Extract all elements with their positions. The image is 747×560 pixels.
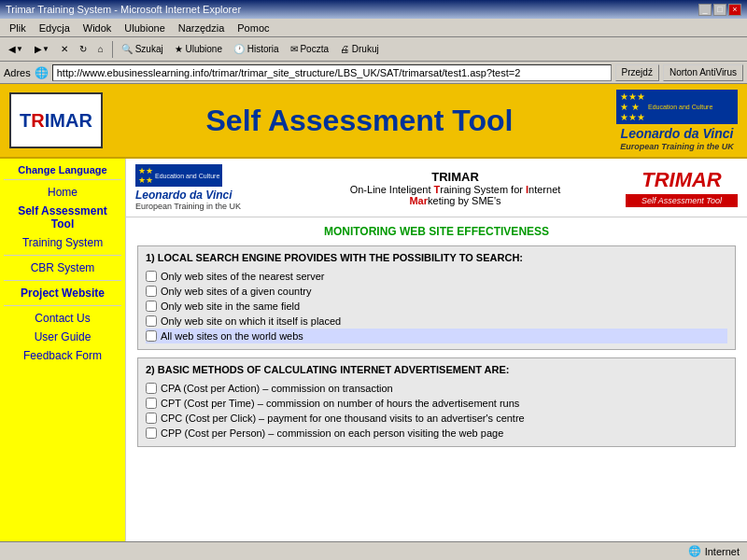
title-bar: Trimar Training System - Microsoft Inter… <box>0 0 747 19</box>
sidebar-item-project[interactable]: Project Website <box>4 284 121 302</box>
mail-button[interactable]: ✉ Poczta <box>286 40 333 59</box>
sub-trimar-title: TRIMAR <box>285 170 626 184</box>
history-button[interactable]: 🕐 Historia <box>229 40 284 59</box>
checkbox-1-5[interactable] <box>146 330 157 342</box>
sidebar-item-feedback[interactable]: Feedback Form <box>4 346 121 365</box>
answer-2-2: CPT (Cost per Time) – commission on numb… <box>146 396 727 411</box>
answer-2-3-text: CPC (Cost per Click) – payment for one t… <box>161 413 525 424</box>
sidebar-divider-3 <box>4 280 121 281</box>
menu-ulubione[interactable]: Ulubione <box>119 21 170 35</box>
address-icon: 🌐 <box>35 66 49 79</box>
title-text: Trimar Training System - Microsoft Inter… <box>6 4 241 15</box>
main-content: ★★★★ Education and Culture Leonardo da V… <box>126 159 747 560</box>
checkbox-1-1[interactable] <box>146 271 157 282</box>
sidebar-divider-4 <box>4 305 121 306</box>
checkbox-2-4[interactable] <box>146 427 157 439</box>
sidebar-item-self-assessment[interactable]: Self Assessment Tool <box>4 202 121 233</box>
back-button[interactable]: ◀ ▼ <box>4 40 28 59</box>
eu-stars-icon: ★★★★ ★★★★ <box>620 91 645 122</box>
menu-widok[interactable]: Widok <box>78 21 118 35</box>
eu-sub-flag: ★★★★ Education and Culture <box>135 164 222 187</box>
sub-eu-sub: European Training in the UK <box>135 202 241 211</box>
close-button[interactable]: × <box>728 4 741 16</box>
sidebar-divider-2 <box>4 255 121 256</box>
status-zone: Internet <box>705 546 740 557</box>
menu-edycja[interactable]: Edycja <box>34 21 76 35</box>
answer-1-4-text: Only web site on which it itself is plac… <box>161 315 341 327</box>
question-1-block: 1) LOCAL SEARCH ENGINE PROVIDES WITH THE… <box>137 245 736 350</box>
da-vinci-line1: Leonardo da Vinci <box>620 126 733 142</box>
favorites-button[interactable]: ★ Ulubione <box>170 40 227 59</box>
sidebar-item-guide[interactable]: User Guide <box>4 328 121 346</box>
stop-button[interactable]: ✕ <box>56 40 73 59</box>
checkbox-1-3[interactable] <box>146 301 157 312</box>
menu-plik[interactable]: Plik <box>4 21 32 35</box>
eu-flag-area: ★★★★ ★★★★ Education and Culture <box>616 90 738 124</box>
question-2-title: 2) BASIC METHODS OF CALCULATING INTERNET… <box>146 364 727 375</box>
sidebar: Change Language Home Self Assessment Too… <box>0 159 126 560</box>
window-controls[interactable]: _ □ × <box>698 4 741 16</box>
address-label: Adres <box>4 67 31 78</box>
question-2-block: 2) BASIC METHODS OF CALCULATING INTERNET… <box>137 357 736 447</box>
answer-1-2: Only web sites of a given country <box>146 284 727 299</box>
toolbar: ◀ ▼ ▶ ▼ ✕ ↻ ⌂ 🔍 Szukaj ★ Ulubione 🕐 Hist… <box>0 37 747 62</box>
forward-button[interactable]: ▶ ▼ <box>30 40 54 59</box>
answer-2-3: CPC (Cost per Click) – payment for one t… <box>146 411 727 426</box>
sidebar-item-training[interactable]: Training System <box>4 233 121 252</box>
sub-assessment-label: Self Assessment Tool <box>626 194 738 207</box>
answer-1-5-text: All web sites on the world webs <box>161 330 303 342</box>
checkbox-2-1[interactable] <box>146 383 157 394</box>
maximize-button[interactable]: □ <box>713 4 726 16</box>
status-internet: 🌐 Internet <box>688 545 740 557</box>
answer-2-1: CPA (Cost per Action) – commission on tr… <box>146 381 727 396</box>
sidebar-item-contact[interactable]: Contact Us <box>4 309 121 328</box>
answer-2-4: CPP (Cost per Person) – commission on ea… <box>146 426 727 441</box>
checkbox-1-2[interactable] <box>146 286 157 297</box>
sub-trimar-logo: TRIMAR Self Assessment Tool <box>626 168 738 207</box>
content-body: TRIMAR MONITORING WEB SITE EFFECTIVENESS… <box>126 217 747 462</box>
answer-1-2-text: Only web sites of a given country <box>161 286 311 297</box>
sub-header-text: TRIMAR On-Line Inteligent Training Syste… <box>285 170 626 206</box>
checkbox-2-3[interactable] <box>146 413 157 424</box>
answer-1-5: All web sites on the world webs <box>146 329 727 343</box>
content-area: Change Language Home Self Assessment Too… <box>0 159 747 560</box>
menu-pomoc[interactable]: Pomoc <box>232 21 275 35</box>
answer-1-1: Only web sites of the nearest server <box>146 269 727 284</box>
address-bar: Adres 🌐 Przejdź Norton AntiVirus <box>0 62 747 84</box>
sidebar-item-cbr[interactable]: CBR System <box>4 259 121 277</box>
minimize-button[interactable]: _ <box>698 4 712 16</box>
sub-desc-line1: On-Line Inteligent Training System for I… <box>285 184 626 195</box>
checkbox-1-4[interactable] <box>146 315 157 327</box>
checkbox-2-2[interactable] <box>146 398 157 409</box>
eu-sub-label: Education and Culture <box>155 173 219 179</box>
answer-1-3: Only web site in the same field <box>146 299 727 314</box>
header-title: Self Assessment Tool <box>103 104 616 138</box>
home-button[interactable]: ⌂ <box>93 40 108 59</box>
answer-1-4: Only web site on which it itself is plac… <box>146 314 727 329</box>
norton-button[interactable]: Norton AntiVirus <box>663 64 743 81</box>
sub-desc-line2: Marketing by SME's <box>285 195 626 206</box>
sub-da-vinci: Leonardo da Vinci <box>135 189 233 202</box>
main-layout: TRIMAR Self Assessment Tool ★★★★ ★★★★ Ed… <box>0 84 747 560</box>
refresh-button[interactable]: ↻ <box>75 40 92 59</box>
sidebar-item-home[interactable]: Home <box>4 183 121 202</box>
answer-2-4-text: CPP (Cost per Person) – commission on ea… <box>161 427 503 439</box>
sub-header-eu-area: ★★★★ Education and Culture Leonardo da V… <box>135 164 285 211</box>
print-button[interactable]: 🖨 Drukuj <box>335 40 384 59</box>
status-bar: 🌐 Internet <box>0 541 747 560</box>
question-1-title: 1) LOCAL SEARCH ENGINE PROVIDES WITH THE… <box>146 252 727 263</box>
header-right-logo: ★★★★ ★★★★ Education and Culture Leonardo… <box>616 90 738 152</box>
section-title: MONITORING WEB SITE EFFECTIVENESS <box>137 225 736 238</box>
answer-2-2-text: CPT (Cost per Time) – commission on numb… <box>161 398 519 409</box>
change-language[interactable]: Change Language <box>4 164 121 175</box>
sidebar-divider-1 <box>4 179 121 180</box>
da-vinci-text: Leonardo da Vinci European Training in t… <box>620 126 733 152</box>
menu-narzedzia[interactable]: Narzędzia <box>173 21 231 35</box>
sub-header: ★★★★ Education and Culture Leonardo da V… <box>126 159 747 217</box>
search-button[interactable]: 🔍 Szukaj <box>117 40 168 59</box>
go-button[interactable]: Przejdź <box>615 64 659 81</box>
address-input[interactable] <box>52 64 612 81</box>
da-vinci-line2: European Training in the UK <box>620 142 733 152</box>
site-header: TRIMAR Self Assessment Tool ★★★★ ★★★★ Ed… <box>0 84 747 159</box>
toolbar-separator <box>112 41 113 58</box>
